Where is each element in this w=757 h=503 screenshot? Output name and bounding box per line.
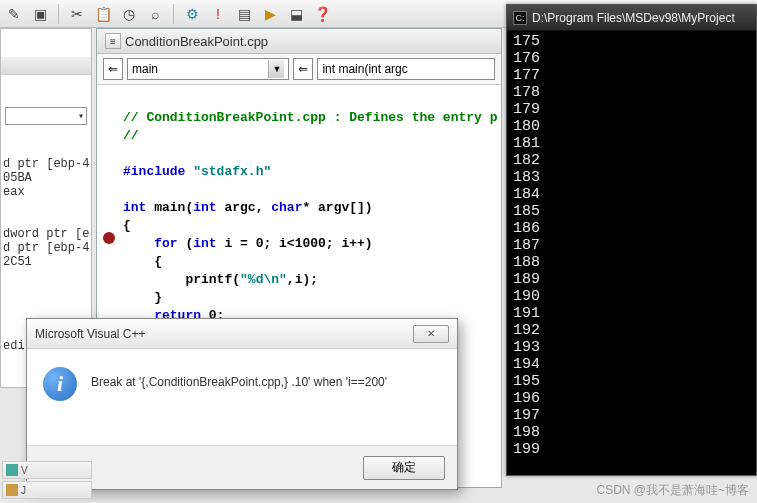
- dialog-message: Break at '{,ConditionBreakPoint.cpp,} .1…: [91, 367, 387, 389]
- console-output: 175 176 177 178 179 180 181 182 183 184 …: [507, 31, 756, 471]
- function-dropdown[interactable]: int main(int argc: [317, 58, 495, 80]
- breakpoint-icon[interactable]: [103, 232, 115, 244]
- nav-fwd-button[interactable]: ⇐: [293, 58, 313, 80]
- find-icon[interactable]: ⌕: [145, 4, 165, 24]
- watermark: CSDN @我不是萧海哇~博客: [596, 482, 749, 499]
- code-line: int: [123, 200, 146, 215]
- info-icon: i: [43, 367, 77, 401]
- file-icon: ≡: [105, 33, 121, 49]
- panel-address-dropdown[interactable]: ▾: [5, 107, 87, 125]
- error-icon[interactable]: !: [208, 4, 228, 24]
- dialog-body: i Break at '{,ConditionBreakPoint.cpp,} …: [27, 349, 457, 419]
- bottom-tab-1[interactable]: V: [2, 461, 92, 479]
- panel-header: [1, 57, 91, 75]
- ok-button[interactable]: 确定: [363, 456, 445, 480]
- bottom-tab-2[interactable]: J: [2, 481, 92, 499]
- ok-button-label: 确定: [392, 459, 416, 476]
- dialog-title-text: Microsoft Visual C++: [35, 327, 146, 341]
- editor-titlebar: ≡ ConditionBreakPoint.cpp: [97, 29, 501, 54]
- code-line: //: [123, 128, 139, 143]
- console-title-text: D:\Program Files\MSDev98\MyProject: [532, 11, 735, 25]
- console-titlebar[interactable]: C: D:\Program Files\MSDev98\MyProject: [507, 5, 756, 31]
- folder-icon[interactable]: ▣: [30, 4, 50, 24]
- code-line: }: [123, 290, 162, 305]
- bottom-tabs: V J: [2, 461, 92, 501]
- console-window: C: D:\Program Files\MSDev98\MyProject 17…: [506, 4, 757, 476]
- code-line: // ConditionBreakPoint.cpp : Defines the…: [123, 110, 497, 125]
- scope-dropdown-label: main: [132, 62, 158, 76]
- debug-icon[interactable]: ⬓: [286, 4, 306, 24]
- paste-icon[interactable]: 📋: [93, 4, 113, 24]
- scope-dropdown[interactable]: main ▼: [127, 58, 289, 80]
- tools-icon[interactable]: ⚙: [182, 4, 202, 24]
- editor-nav-row: ⇐ main ▼ ⇐ int main(int argc: [97, 54, 501, 85]
- code-line: {: [123, 218, 131, 233]
- cut-icon[interactable]: ✂: [67, 4, 87, 24]
- chevron-down-icon: ▼: [268, 60, 284, 78]
- code-line: printf(: [123, 272, 240, 287]
- code-line: for: [123, 236, 178, 251]
- nav-back-button[interactable]: ⇐: [103, 58, 123, 80]
- code-line: {: [123, 254, 162, 269]
- clock-icon[interactable]: ◷: [119, 4, 139, 24]
- editor-filename: ConditionBreakPoint.cpp: [125, 34, 268, 49]
- help-icon[interactable]: ❓: [312, 4, 332, 24]
- wand-icon[interactable]: ✎: [4, 4, 24, 24]
- run-icon[interactable]: ▶: [260, 4, 280, 24]
- function-dropdown-label: int main(int argc: [322, 62, 407, 76]
- close-button[interactable]: ✕: [413, 325, 449, 343]
- dialog-titlebar[interactable]: Microsoft Visual C++ ✕: [27, 319, 457, 349]
- doc-icon[interactable]: ▤: [234, 4, 254, 24]
- code-line: #include: [123, 164, 193, 179]
- close-icon: ✕: [427, 328, 435, 339]
- console-icon: C:: [513, 11, 527, 25]
